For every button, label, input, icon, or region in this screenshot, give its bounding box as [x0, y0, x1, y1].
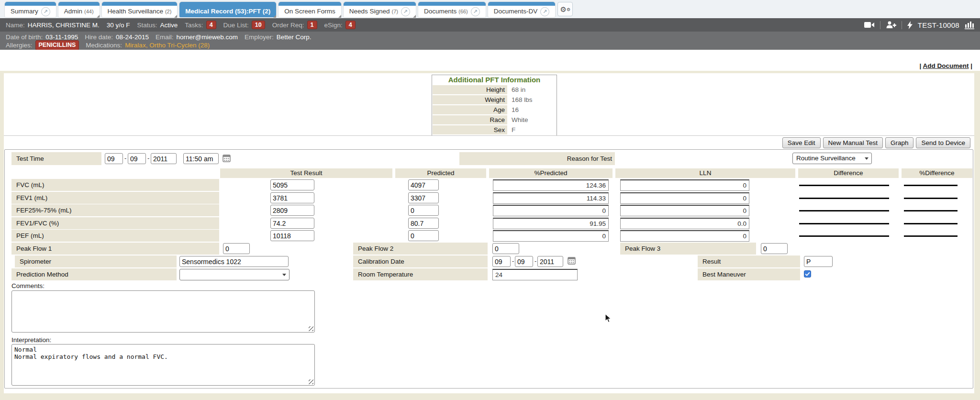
- fvc-lln-input[interactable]: [620, 179, 749, 191]
- test-time-day-input[interactable]: [128, 153, 146, 164]
- pipe: |: [970, 62, 972, 69]
- fvc-predicted-input[interactable]: [408, 179, 439, 190]
- due-list-count-badge[interactable]: 10: [252, 21, 265, 29]
- send-to-device-button[interactable]: Send to Device: [916, 137, 970, 148]
- external-link-icon[interactable]: ↗: [401, 7, 410, 16]
- best-maneuver-label: Best Maneuver: [698, 268, 800, 280]
- pef-lln-input[interactable]: [620, 230, 749, 242]
- tab-menu-fold-icon: [413, 15, 416, 18]
- calibration-day-input[interactable]: [515, 256, 533, 267]
- tab-label: Documents-DV: [494, 6, 538, 17]
- header-tools: TEST-10008: [864, 21, 974, 29]
- resize-grip-icon[interactable]: [309, 379, 313, 384]
- fev1-pct-predicted-input[interactable]: [493, 192, 609, 204]
- status-label: Status:: [137, 22, 157, 29]
- external-link-icon[interactable]: ↗: [471, 7, 480, 16]
- peak-flow-2-input[interactable]: [492, 243, 519, 254]
- lightning-bolt-icon[interactable]: [907, 21, 913, 29]
- fef2575-test-result-input[interactable]: [270, 205, 314, 216]
- tab-label: On Screen Forms: [284, 6, 335, 17]
- mouse-cursor: [605, 313, 612, 323]
- interpretation-label: Interpretation:: [11, 336, 51, 344]
- new-manual-test-button[interactable]: New Manual Test: [823, 137, 883, 148]
- calendar-icon[interactable]: [568, 256, 576, 265]
- pef-predicted-input[interactable]: [408, 230, 439, 241]
- graph-button[interactable]: Graph: [885, 137, 914, 148]
- pft-info-title: Additional PFT Information: [432, 75, 557, 85]
- interpretation-textarea[interactable]: Normal Normal expiratory flows and a nor…: [11, 344, 315, 386]
- pef-test-result-input[interactable]: [270, 230, 314, 241]
- test-time-clock-input[interactable]: [183, 153, 219, 164]
- tab-settings-button[interactable]: ⚙⚙: [557, 2, 573, 16]
- peak-flow-1-input[interactable]: [223, 243, 250, 254]
- tab-needs-signed[interactable]: Needs Signed (7) ↗: [344, 2, 416, 17]
- save-edit-button[interactable]: Save Edit: [782, 137, 821, 148]
- tab-health-surveillance[interactable]: Health Surveillance (2): [102, 2, 178, 17]
- test-time-year-input[interactable]: [151, 153, 177, 164]
- gears-icon: ⚙⚙: [560, 5, 571, 13]
- demographics-bar: Date of birth: 03-11-1995 Hire date: 08-…: [0, 32, 980, 50]
- fev1fvc-lln-input[interactable]: [620, 218, 749, 229]
- sex-value: F: [512, 125, 515, 134]
- peak-flow-3-label: Peak Flow 3: [620, 243, 756, 255]
- external-link-icon[interactable]: ↗: [540, 7, 549, 16]
- result-input[interactable]: [804, 256, 833, 267]
- height-label: Height: [433, 85, 507, 94]
- tasks-count-badge[interactable]: 4: [206, 21, 216, 29]
- tab-documents[interactable]: Documents (66) ↗: [418, 2, 486, 17]
- tab-summary[interactable]: Summary ↗: [5, 2, 56, 17]
- prediction-method-label: Prediction Method: [11, 268, 177, 280]
- hire-date-label: Hire date:: [85, 33, 113, 41]
- calibration-year-input[interactable]: [537, 256, 563, 267]
- fef2575-lln-input[interactable]: [620, 205, 749, 216]
- peak-flow-2-label: Peak Flow 2: [353, 243, 488, 255]
- chevron-down-icon: [865, 157, 869, 160]
- order-req-label: Order Req:: [272, 22, 304, 29]
- medications-value[interactable]: Miralax, Ortho Tri-Cyclen (28): [125, 41, 210, 49]
- fev1fvc-pct-predicted-input[interactable]: [493, 218, 609, 229]
- fev1fvc-test-result-input[interactable]: [270, 218, 314, 229]
- fef2575-pct-predicted-input[interactable]: [493, 205, 609, 216]
- tab-medical-record-pft[interactable]: Medical Record (53):PFT (2): [179, 2, 276, 17]
- allergy-badge[interactable]: PENICILLINS: [35, 40, 79, 50]
- test-time-month-input[interactable]: [105, 153, 123, 164]
- tab-label: Needs Signed: [349, 6, 390, 17]
- reason-for-test-select[interactable]: Routine Surveillance: [792, 153, 872, 164]
- fev1-predicted-input[interactable]: [408, 192, 439, 203]
- person-plus-icon[interactable]: [886, 21, 896, 29]
- col-difference: Difference: [798, 168, 899, 178]
- comments-textarea[interactable]: [11, 290, 315, 333]
- order-req-group: Order Req: 1: [272, 21, 317, 29]
- tab-on-screen-forms[interactable]: On Screen Forms: [278, 2, 341, 17]
- calibration-month-input[interactable]: [492, 256, 511, 267]
- fev1-lln-input[interactable]: [620, 192, 749, 204]
- test-time-label: Test Time: [11, 152, 101, 165]
- esign-count-badge[interactable]: 4: [345, 21, 356, 29]
- tab-admin[interactable]: Admin (44): [58, 2, 100, 17]
- patient-header-bar: Name: HARRIS, CHRISTINE M. 30 y/o F Stat…: [0, 18, 980, 32]
- resize-grip-icon[interactable]: [309, 326, 313, 331]
- tab-label: Medical Record (53):PFT (2): [185, 6, 270, 17]
- bar-chart-icon[interactable]: [965, 21, 974, 29]
- calendar-icon[interactable]: [223, 154, 231, 162]
- col-pct-difference: %Difference: [902, 168, 972, 178]
- fev1-test-result-input[interactable]: [270, 192, 314, 203]
- best-maneuver-checkbox[interactable]: [804, 270, 811, 278]
- date-separator: -: [535, 257, 536, 265]
- add-document-link[interactable]: Add Document: [923, 62, 969, 69]
- external-link-icon[interactable]: ↗: [41, 7, 50, 16]
- room-temperature-input[interactable]: [492, 269, 578, 280]
- video-camera-icon[interactable]: [864, 22, 875, 28]
- tab-documents-dv[interactable]: Documents-DV ↗: [488, 2, 556, 17]
- pef-difference-line: [799, 235, 889, 237]
- fev1fvc-predicted-input[interactable]: [408, 218, 439, 229]
- fvc-pct-predicted-input[interactable]: [493, 179, 609, 191]
- patient-name: HARRIS, CHRISTINE M.: [28, 22, 100, 29]
- fvc-test-result-input[interactable]: [270, 179, 314, 190]
- fef2575-predicted-input[interactable]: [408, 205, 439, 216]
- pef-pct-predicted-input[interactable]: [493, 230, 609, 242]
- peak-flow-3-input[interactable]: [761, 243, 788, 254]
- spirometer-input[interactable]: [179, 256, 289, 267]
- prediction-method-select[interactable]: [179, 269, 290, 280]
- order-req-count-badge[interactable]: 1: [307, 21, 317, 29]
